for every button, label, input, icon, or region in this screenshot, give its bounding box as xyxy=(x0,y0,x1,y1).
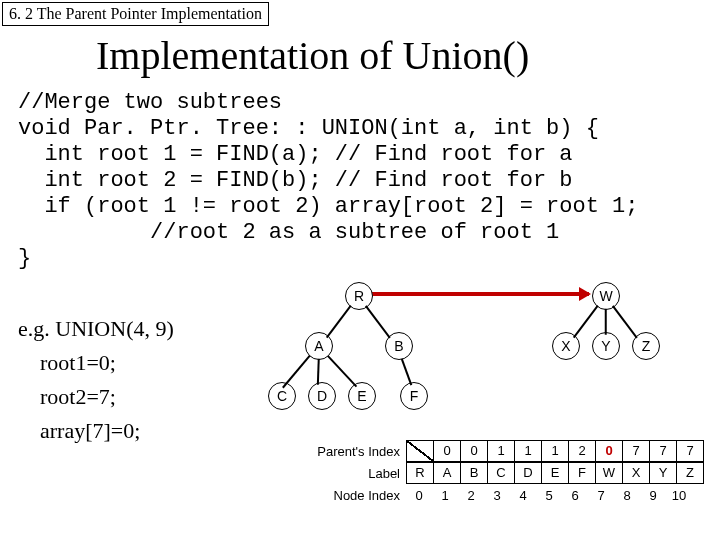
code-block: //Merge two subtrees void Par. Ptr. Tree… xyxy=(18,90,639,272)
example-line: root2=7; xyxy=(40,380,174,414)
cell: 4 xyxy=(510,488,536,503)
example-block: e.g. UNION(4, 9) root1=0; root2=7; array… xyxy=(18,312,174,448)
section-tag: 6. 2 The Parent Pointer Implementation xyxy=(2,2,269,26)
cell: 0 xyxy=(461,440,488,462)
cell: 7 xyxy=(588,488,614,503)
union-arrow xyxy=(361,292,589,296)
row-label: Node Index xyxy=(312,488,406,503)
row-label: Label xyxy=(312,466,406,481)
cell: 2 xyxy=(458,488,484,503)
cell: 7 xyxy=(650,440,677,462)
cell: 10 xyxy=(666,488,692,503)
cell: 6 xyxy=(562,488,588,503)
cell: 9 xyxy=(640,488,666,503)
edge xyxy=(365,305,390,338)
cell: 1 xyxy=(432,488,458,503)
cell: Y xyxy=(650,462,677,484)
cell-changed: 0 xyxy=(596,440,623,462)
tree-node: Y xyxy=(592,332,620,360)
cell: 1 xyxy=(542,440,569,462)
cell: 3 xyxy=(484,488,510,503)
example-line: array[7]=0; xyxy=(40,414,174,448)
tree-node: F xyxy=(400,382,428,410)
edge xyxy=(326,305,351,338)
cell: 1 xyxy=(488,440,515,462)
cell: Z xyxy=(677,462,704,484)
edge xyxy=(282,355,310,388)
cell: 8 xyxy=(614,488,640,503)
cell: E xyxy=(542,462,569,484)
cell: 2 xyxy=(569,440,596,462)
edge xyxy=(401,358,412,385)
table-row: Node Index 0 1 2 3 4 5 6 7 8 9 10 xyxy=(312,484,704,506)
edge xyxy=(317,359,319,385)
example-line: root1=0; xyxy=(40,346,174,380)
cell: R xyxy=(406,462,434,484)
edge xyxy=(612,305,637,338)
cell: X xyxy=(623,462,650,484)
cell: 1 xyxy=(515,440,542,462)
cell: 0 xyxy=(434,440,461,462)
edge xyxy=(605,309,607,335)
example-call: e.g. UNION(4, 9) xyxy=(18,312,174,346)
cell: 7 xyxy=(623,440,650,462)
array-table: Parent's Index 0 0 1 1 1 2 0 7 7 7 Label… xyxy=(312,440,704,506)
cell: B xyxy=(461,462,488,484)
edge xyxy=(573,305,598,338)
table-row: Parent's Index 0 0 1 1 1 2 0 7 7 7 xyxy=(312,440,704,462)
cell: D xyxy=(515,462,542,484)
cell: W xyxy=(596,462,623,484)
page-title: Implementation of Union() xyxy=(96,32,529,79)
cell: 5 xyxy=(536,488,562,503)
row-label: Parent's Index xyxy=(312,444,406,459)
tree-node: D xyxy=(308,382,336,410)
table-row: Label R A B C D E F W X Y Z xyxy=(312,462,704,484)
slash-cell xyxy=(406,440,434,462)
cell: 7 xyxy=(677,440,704,462)
cell: C xyxy=(488,462,515,484)
tree-node: E xyxy=(348,382,376,410)
edge xyxy=(327,355,357,387)
cell: A xyxy=(434,462,461,484)
cell: 0 xyxy=(406,488,432,503)
cell: F xyxy=(569,462,596,484)
